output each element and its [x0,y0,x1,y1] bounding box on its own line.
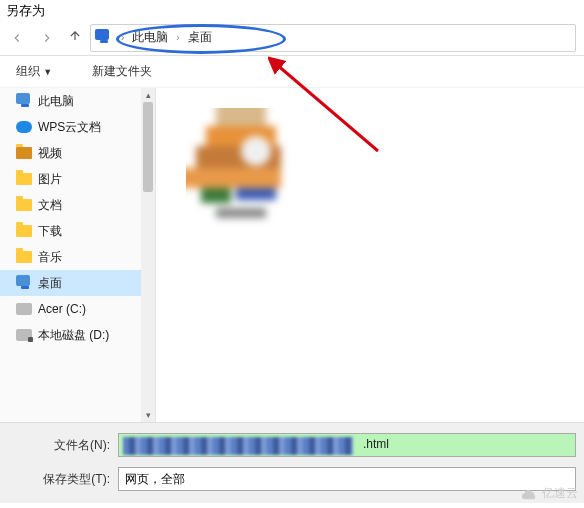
pictures-folder-icon [16,171,32,187]
content-area: 此电脑 ⌃ WPS云文档 视频 图片 文档 下载 音乐 桌面 [0,88,584,422]
monitor-icon [16,93,32,109]
watermark: 亿速云 [520,485,578,502]
scroll-thumb[interactable] [143,102,153,192]
chevron-right-icon: › [172,32,183,43]
file-list-area[interactable] [156,88,584,422]
sidebar-item-drive-d[interactable]: 本地磁盘 (D:) ⌃ [0,322,155,348]
new-folder-button[interactable]: 新建文件夹 [84,59,160,84]
sidebar-item-label: Acer (C:) [38,302,86,316]
cloud-icon [16,119,32,135]
sidebar-item-label: 下载 [38,223,62,240]
breadcrumb-item[interactable]: 桌面 [184,29,216,46]
video-folder-icon [16,145,32,161]
sidebar-item-label: WPS云文档 [38,119,101,136]
sidebar-scrollbar[interactable]: ▴ ▾ [141,88,155,422]
sidebar-item-label: 本地磁盘 (D:) [38,327,109,344]
disk-icon [16,327,32,343]
sidebar-item-documents[interactable]: 文档 [0,192,155,218]
sidebar: 此电脑 ⌃ WPS云文档 视频 图片 文档 下载 音乐 桌面 [0,88,156,422]
sidebar-item-this-pc[interactable]: 此电脑 ⌃ [0,88,155,114]
sidebar-item-downloads[interactable]: 下载 [0,218,155,244]
sidebar-item-label: 音乐 [38,249,62,266]
sidebar-item-pictures[interactable]: 图片 [0,166,155,192]
back-button[interactable] [8,29,26,47]
music-folder-icon [16,249,32,265]
sidebar-item-label: 此电脑 [38,93,74,110]
filetype-label: 保存类型(T): [8,471,118,488]
filename-input[interactable]: .html [118,433,576,457]
window-title: 另存为 [0,0,584,20]
organize-button[interactable]: 组织 ▼ [8,59,60,84]
sidebar-item-drive-c[interactable]: Acer (C:) [0,296,155,322]
up-button[interactable] [68,29,82,46]
address-icon [95,29,113,47]
chevron-right-icon: › [117,32,128,43]
save-form: 文件名(N): .html 保存类型(T): 网页，全部 [0,422,584,503]
filename-label: 文件名(N): [8,437,118,454]
sidebar-item-label: 文档 [38,197,62,214]
file-item[interactable] [186,108,306,228]
sidebar-item-wps-cloud[interactable]: WPS云文档 [0,114,155,140]
filetype-value: 网页，全部 [125,471,185,488]
toolbar: 组织 ▼ 新建文件夹 [0,56,584,88]
sidebar-item-label: 桌面 [38,275,62,292]
sidebar-item-label: 图片 [38,171,62,188]
disk-icon [16,301,32,317]
sidebar-item-music[interactable]: 音乐 [0,244,155,270]
scroll-down-icon[interactable]: ▾ [141,408,155,422]
breadcrumb-item[interactable]: 此电脑 [128,29,172,46]
documents-folder-icon [16,197,32,213]
filename-value-blurred [123,437,353,455]
desktop-icon [16,275,32,291]
sidebar-item-videos[interactable]: 视频 [0,140,155,166]
navigation-bar: › 此电脑 › 桌面 [0,20,584,56]
downloads-folder-icon [16,223,32,239]
address-bar[interactable]: › 此电脑 › 桌面 [90,24,576,52]
sidebar-item-label: 视频 [38,145,62,162]
filetype-select[interactable]: 网页，全部 [118,467,576,491]
forward-button[interactable] [38,29,56,47]
scroll-up-icon[interactable]: ▴ [141,88,155,102]
filename-extension: .html [359,437,393,451]
sidebar-item-desktop[interactable]: 桌面 [0,270,155,296]
